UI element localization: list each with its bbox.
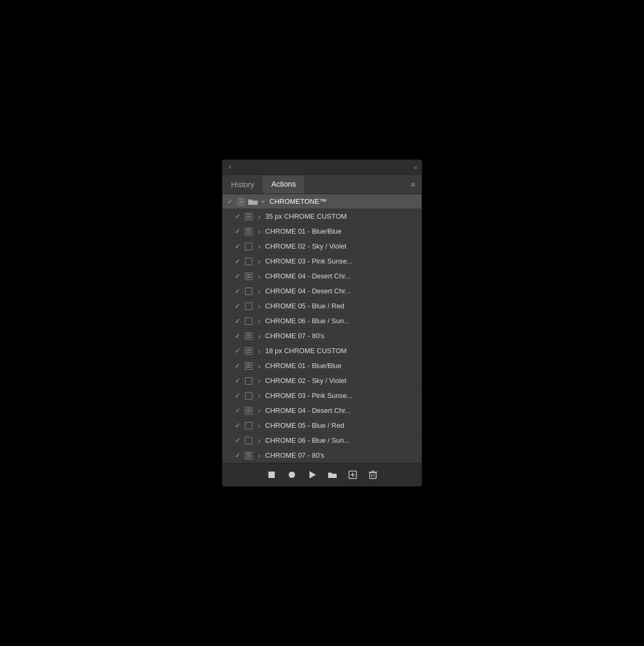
action-label-chrome07-80s1: CHROME 07 - 80's: [264, 332, 419, 340]
chevron-right-icon: [258, 332, 261, 340]
expand-col-chrome03-ps[interactable]: [255, 257, 264, 266]
icon-col-chrome01-bb2: [243, 362, 255, 370]
empty-icon: [245, 317, 252, 325]
empty-icon: [245, 392, 252, 400]
action-row-18px-custom[interactable]: ✓ 18 px CHROME CUSTOM: [222, 344, 422, 358]
icon-col-chrome06-bs2: [243, 437, 255, 444]
check-col-chrome06-bs: ✓: [232, 317, 243, 325]
action-row-chrome04-dc2[interactable]: ✓CHROME 04 - Desert Chr...: [222, 284, 422, 299]
tab-menu-button[interactable]: ≡: [404, 176, 422, 193]
expand-col-chrome04-dc1[interactable]: [255, 272, 264, 281]
actions-panel: × « History Actions ≡ ✓ CHROMETONE™✓ 35 …: [222, 159, 422, 487]
action-row-35px-custom[interactable]: ✓ 35 px CHROME CUSTOM: [222, 209, 422, 224]
chevron-right-icon: [258, 436, 261, 445]
icon-col-chrome02-sv: [243, 243, 255, 250]
action-row-chrome04-dc1[interactable]: ✓ CHROME 04 - Desert Chr...: [222, 269, 422, 284]
svg-point-1: [289, 472, 295, 478]
check-col-chrome07-80s2: ✓: [232, 451, 243, 459]
icon-col-chrome07-80s1: [243, 332, 255, 340]
expand-col-group-chrometone[interactable]: [259, 197, 268, 206]
expand-col-chrome06-bs[interactable]: [255, 317, 264, 325]
expand-col-18px-custom[interactable]: [255, 347, 264, 355]
chevron-right-icon: [258, 362, 261, 370]
expand-col-chrome01-bb2[interactable]: [255, 362, 264, 370]
expand-col-chrome05-br[interactable]: [255, 302, 264, 310]
toolbar: [222, 463, 422, 486]
expand-col-chrome05-br2[interactable]: [255, 421, 264, 430]
action-row-chrome03-ps[interactable]: ✓CHROME 03 - Pink Sunse...: [222, 254, 422, 269]
lines-icon: [245, 362, 252, 370]
collapse-button[interactable]: «: [414, 164, 417, 171]
action-row-chrome07-80s1[interactable]: ✓ CHROME 07 - 80's: [222, 329, 422, 344]
action-row-chrome05-br2[interactable]: ✓CHROME 05 - Blue / Red: [222, 418, 422, 433]
close-button[interactable]: ×: [227, 164, 233, 171]
folder-button[interactable]: [327, 469, 338, 481]
lines-icon: [245, 213, 252, 220]
empty-icon: [245, 288, 252, 295]
empty-icon: [245, 437, 252, 444]
action-label-35px-custom: 35 px CHROME CUSTOM: [264, 212, 419, 220]
add-button[interactable]: [347, 469, 359, 481]
chevron-right-icon: [258, 287, 261, 296]
expand-col-chrome04-dc3[interactable]: [255, 406, 264, 415]
action-row-chrome01-bb2[interactable]: ✓ CHROME 01 - Blue/Blue: [222, 358, 422, 373]
actions-list[interactable]: ✓ CHROMETONE™✓ 35 px CHROME CUSTOM✓ CHRO…: [222, 194, 422, 463]
action-row-group-chrometone[interactable]: ✓ CHROMETONE™: [222, 194, 422, 209]
expand-col-chrome06-bs2[interactable]: [255, 436, 264, 445]
check-col-35px-custom: ✓: [232, 212, 243, 220]
lines-icon: [245, 407, 252, 414]
folder-icon: [248, 198, 258, 205]
icon-col-chrome01-bb: [243, 228, 255, 235]
icon-col-chrome03-ps2: [243, 392, 255, 400]
action-row-chrome03-ps2[interactable]: ✓CHROME 03 - Pink Sunse...: [222, 388, 422, 403]
expand-col-chrome02-sv2[interactable]: [255, 377, 264, 385]
check-col-chrome02-sv: ✓: [232, 242, 243, 250]
check-col-chrome04-dc3: ✓: [232, 407, 243, 414]
tabs-bar: History Actions ≡: [222, 175, 422, 194]
chevron-right-icon: [258, 227, 261, 236]
action-label-group-chrometone: CHROMETONE™: [268, 197, 419, 205]
action-row-chrome06-bs2[interactable]: ✓CHROME 06 - Blue / Sun...: [222, 433, 422, 448]
action-row-chrome05-br[interactable]: ✓CHROME 05 - Blue / Red: [222, 299, 422, 314]
folder-icon-col: [247, 198, 259, 205]
action-row-chrome07-80s2[interactable]: ✓ CHROME 07 - 80's: [222, 448, 422, 463]
icon-col-chrome04-dc2: [243, 288, 255, 295]
action-row-chrome02-sv[interactable]: ✓CHROME 02 - Sky / Violet: [222, 239, 422, 254]
expand-col-chrome07-80s2[interactable]: [255, 451, 264, 460]
expand-col-35px-custom[interactable]: [255, 212, 264, 221]
check-col-chrome03-ps2: ✓: [232, 392, 243, 400]
action-label-chrome02-sv2: CHROME 02 - Sky / Violet: [264, 377, 419, 385]
play-button[interactable]: [306, 469, 318, 481]
stop-button[interactable]: [266, 469, 277, 481]
check-col-chrome01-bb2: ✓: [232, 362, 243, 370]
expand-col-chrome01-bb[interactable]: [255, 227, 264, 236]
expand-col-chrome04-dc2[interactable]: [255, 287, 264, 296]
chevron-down-icon: [263, 197, 265, 206]
action-row-chrome02-sv2[interactable]: ✓CHROME 02 - Sky / Violet: [222, 373, 422, 388]
check-col-chrome05-br: ✓: [232, 302, 243, 310]
empty-icon: [245, 258, 252, 265]
expand-col-chrome07-80s1[interactable]: [255, 332, 264, 340]
action-label-chrome03-ps2: CHROME 03 - Pink Sunse...: [264, 392, 419, 400]
icon-col-35px-custom: [243, 213, 255, 220]
chevron-right-icon: [258, 347, 261, 355]
check-col-chrome02-sv2: ✓: [232, 377, 243, 385]
record-button[interactable]: [286, 469, 298, 481]
expand-col-chrome03-ps2[interactable]: [255, 392, 264, 400]
action-label-18px-custom: 18 px CHROME CUSTOM: [264, 347, 419, 355]
tab-history[interactable]: History: [222, 176, 263, 193]
check-col-18px-custom: ✓: [232, 347, 243, 355]
action-label-chrome06-bs: CHROME 06 - Blue / Sun...: [264, 317, 419, 325]
expand-col-chrome02-sv[interactable]: [255, 242, 264, 251]
action-row-chrome06-bs[interactable]: ✓CHROME 06 - Blue / Sun...: [222, 314, 422, 329]
chevron-right-icon: [258, 392, 261, 400]
action-row-chrome01-bb[interactable]: ✓ CHROME 01 - Blue/Blue: [222, 224, 422, 239]
chevron-right-icon: [258, 421, 261, 430]
chevron-right-icon: [258, 212, 261, 221]
empty-icon: [245, 243, 252, 250]
check-col-chrome06-bs2: ✓: [232, 436, 243, 444]
tab-actions[interactable]: Actions: [263, 176, 305, 194]
delete-button[interactable]: [367, 469, 379, 481]
check-col-chrome04-dc2: ✓: [232, 287, 243, 295]
action-row-chrome04-dc3[interactable]: ✓ CHROME 04 - Desert Chr...: [222, 403, 422, 418]
